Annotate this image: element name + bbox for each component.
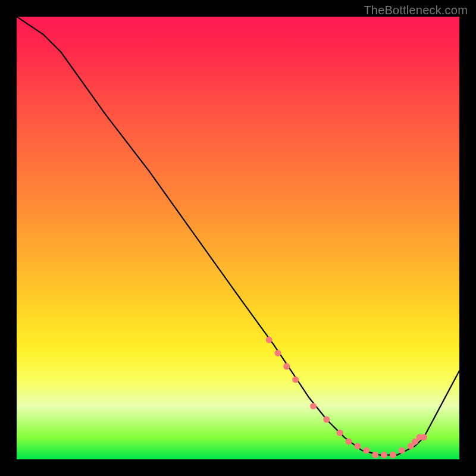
chart-frame: TheBottleneck.com bbox=[0, 0, 476, 476]
marker-point bbox=[346, 439, 352, 445]
marker-point bbox=[354, 443, 361, 449]
marker-point bbox=[292, 377, 299, 383]
marker-point bbox=[390, 452, 396, 458]
curve-line bbox=[17, 17, 459, 455]
marker-point bbox=[372, 452, 378, 458]
marker-point bbox=[412, 439, 418, 445]
marker-point bbox=[323, 416, 330, 423]
marker-point bbox=[337, 430, 343, 436]
marker-point bbox=[266, 337, 273, 343]
chart-svg bbox=[17, 17, 459, 459]
watermark-text: TheBottleneck.com bbox=[364, 4, 468, 17]
marker-point bbox=[310, 403, 317, 409]
marker-point bbox=[408, 443, 414, 449]
marker-point bbox=[421, 434, 427, 440]
marker-point bbox=[363, 447, 369, 454]
marker-point bbox=[399, 447, 405, 454]
marker-group bbox=[266, 337, 427, 459]
marker-point bbox=[416, 434, 423, 440]
marker-point bbox=[381, 452, 387, 458]
chart-plot-area bbox=[17, 17, 459, 459]
marker-point bbox=[275, 350, 281, 356]
marker-point bbox=[283, 363, 290, 369]
